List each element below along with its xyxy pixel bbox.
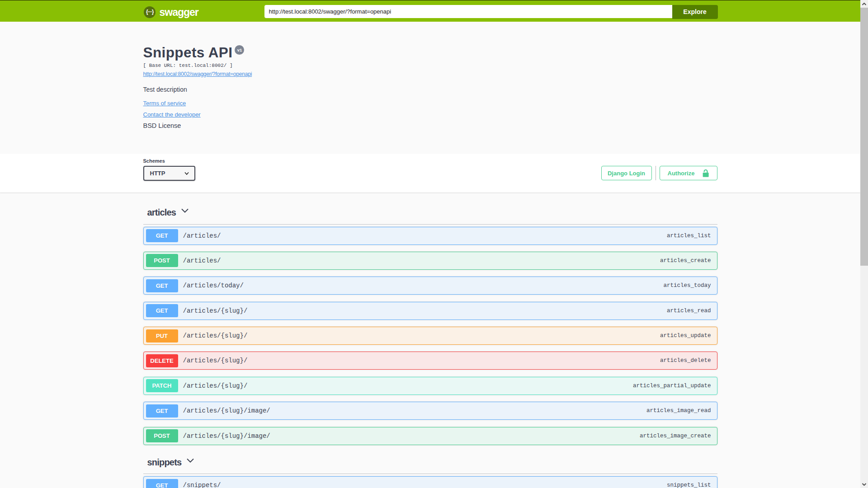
- svg-text:{···}: {···}: [146, 9, 154, 15]
